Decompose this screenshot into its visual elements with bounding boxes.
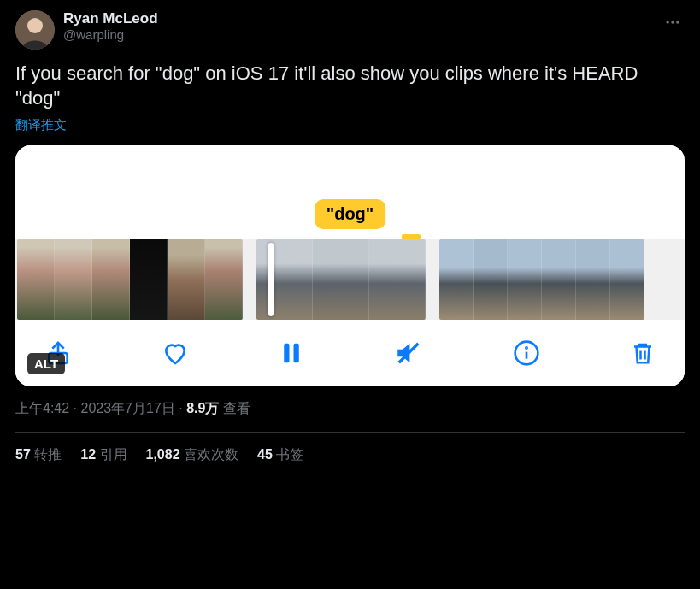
handle[interactable]: @warpling xyxy=(63,27,158,42)
meta-sep: · xyxy=(69,401,80,415)
display-name[interactable]: Ryan McLeod xyxy=(63,10,158,27)
thumb xyxy=(439,239,474,320)
thumb xyxy=(17,239,55,320)
svg-point-3 xyxy=(671,21,674,23)
tweet-stats: 57 转推 12 引用 1,082 喜欢次数 45 书签 xyxy=(15,433,685,464)
avatar[interactable] xyxy=(15,10,55,50)
video-timeline[interactable] xyxy=(15,239,685,320)
thumb xyxy=(168,239,205,320)
info-icon[interactable] xyxy=(513,339,540,367)
thumb xyxy=(55,239,92,320)
thumb xyxy=(508,239,542,320)
bookmarks-stat[interactable]: 45 书签 xyxy=(257,446,303,464)
tweet-header: Ryan McLeod @warpling xyxy=(15,10,685,50)
mute-icon[interactable] xyxy=(394,339,423,368)
retweets-stat[interactable]: 57 转推 xyxy=(15,446,62,464)
meta-date[interactable]: 2023年7月17日 xyxy=(80,401,174,415)
search-term-badge: "dog" xyxy=(315,199,386,229)
meta-time[interactable]: 上午4:42 xyxy=(15,401,69,415)
clip-group-2[interactable] xyxy=(256,239,426,320)
svg-point-10 xyxy=(526,348,526,349)
svg-point-2 xyxy=(667,21,669,23)
thumb xyxy=(205,239,243,320)
meta-sep: · xyxy=(175,401,186,415)
media-header: "dog" xyxy=(15,145,685,239)
views-label: 查看 xyxy=(219,401,250,415)
media-card: "dog" xyxy=(15,145,685,386)
media-toolbar xyxy=(15,320,685,386)
scrubber-handle[interactable] xyxy=(268,243,274,316)
svg-point-1 xyxy=(27,18,43,33)
likes-stat[interactable]: 1,082 喜欢次数 xyxy=(146,446,239,464)
thumb xyxy=(256,239,313,320)
quotes-stat[interactable]: 12 引用 xyxy=(80,446,126,464)
views-count: 8.9万 xyxy=(186,401,219,415)
thumb xyxy=(92,239,130,320)
thumb xyxy=(474,239,508,320)
svg-rect-7 xyxy=(294,344,299,363)
alt-badge[interactable]: ALT xyxy=(27,353,65,374)
heart-icon[interactable] xyxy=(162,339,189,367)
thumb xyxy=(542,239,576,320)
more-icon[interactable] xyxy=(661,10,685,38)
svg-point-4 xyxy=(676,21,679,23)
translate-link[interactable]: 翻译推文 xyxy=(15,117,685,133)
thumb xyxy=(610,239,644,320)
clip-group-1[interactable] xyxy=(17,239,243,320)
author-block: Ryan McLeod @warpling xyxy=(63,10,158,42)
svg-rect-6 xyxy=(284,344,289,363)
thumb xyxy=(130,239,168,320)
thumb xyxy=(369,239,426,320)
tweet-body: If you search for "dog" on iOS 17 it'll … xyxy=(15,62,685,110)
tweet-meta: 上午4:42 · 2023年7月17日 · 8.9万 查看 xyxy=(15,400,685,418)
clip-group-3[interactable] xyxy=(439,239,644,320)
tweet-container: Ryan McLeod @warpling If you search for … xyxy=(0,0,700,464)
thumb xyxy=(313,239,369,320)
trash-icon[interactable] xyxy=(630,339,656,367)
thumb xyxy=(576,239,610,320)
pause-icon[interactable] xyxy=(279,340,304,366)
